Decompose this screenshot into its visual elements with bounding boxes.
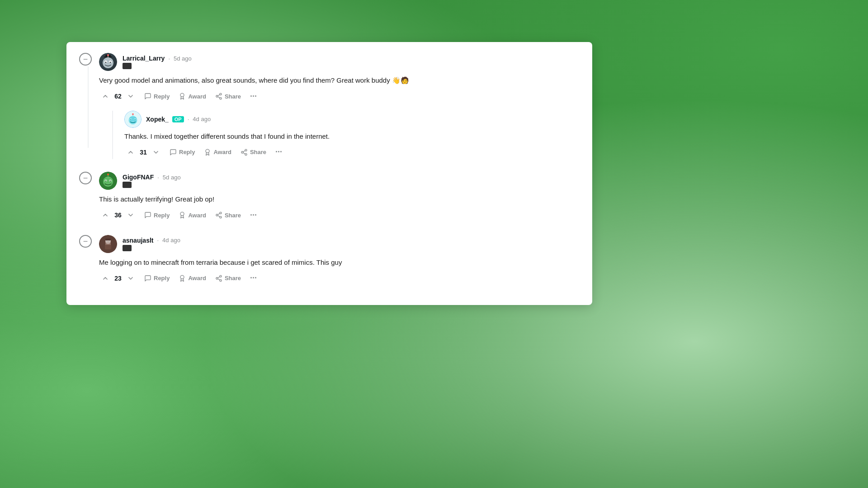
share-asnauja-button[interactable]: Share [212,272,245,284]
comment-header-gigo: GigoFNAF · 5d ago [99,172,580,190]
downvote-gigo-button[interactable] [124,209,137,221]
svg-rect-53 [105,239,111,240]
share-button[interactable]: Share [212,90,245,102]
vote-section: 62 [99,90,137,102]
avatar-xopek [124,111,142,128]
more-options-button[interactable]: ··· [246,89,260,103]
svg-point-52 [109,240,110,241]
svg-line-58 [218,279,220,280]
more-asnauja-options-button[interactable]: ··· [246,271,260,285]
award-reply-button[interactable]: Award [200,146,235,158]
comments-card: − [66,42,592,305]
svg-line-13 [218,97,220,98]
svg-line-59 [218,277,220,278]
username-gigo[interactable]: GigoFNAF [123,174,154,181]
reply-xopek: Xopek_ OP · 4d ago Thanks. I mixed toget… [117,111,580,160]
flair-row-asnauja [123,245,180,251]
vote-count: 62 [113,93,123,100]
vote-count-asnauja: 23 [113,275,123,282]
more-reply-options-button[interactable]: ··· [272,145,286,159]
timestamp-asnauja: 4d ago [162,237,180,244]
comment-actions-asnauja: 23 Reply Award Sha [99,271,580,285]
reply-reply-button[interactable]: Reply [166,146,198,158]
svg-rect-38 [104,178,113,183]
svg-point-22 [132,113,134,115]
more-gigo-options-button[interactable]: ··· [246,208,260,222]
collapse-button-asnauja[interactable]: − [79,235,92,248]
vote-count-xopek: 31 [139,149,148,156]
downvote-asnauja-button[interactable] [124,272,137,284]
flair-icon-asnauja [123,245,132,251]
svg-line-43 [218,216,220,217]
comment-header: Larrical_Larry · 5d ago [99,53,580,71]
downvote-reply-button[interactable] [150,146,162,158]
reply-meta: Xopek_ OP · 4d ago [146,116,211,123]
svg-point-3 [105,62,107,63]
upvote-gigo-button[interactable] [99,209,112,221]
avatar-larrical [99,53,117,71]
svg-rect-23 [129,117,136,121]
flair-icon [123,63,132,69]
svg-line-14 [218,94,220,96]
comment-asnauja: − [79,235,580,286]
comment-meta: Larrical_Larry · 5d ago [123,55,192,62]
reply-gigo-button[interactable]: Reply [141,209,173,221]
collapse-button-gigo[interactable]: − [79,172,92,184]
share-gigo-button[interactable]: Share [212,209,245,221]
vote-section-asnauja: 23 [99,272,137,284]
comment-body-larrical: Very good model and animations, also gre… [99,75,580,86]
svg-point-8 [107,54,109,56]
svg-line-28 [243,153,245,154]
flair-row-gigo [123,182,181,188]
timestamp-gigo: 5d ago [163,174,181,181]
comment-body-asnauja: Me logging on to minecraft from terraria… [99,258,580,268]
flair-icon-gigo [123,182,132,188]
username-asnauja[interactable]: asnaujaslt [123,237,153,244]
upvote-reply-button[interactable] [124,146,137,158]
svg-line-44 [218,213,220,215]
comment-actions-gigo: 36 Reply Award Sha [99,208,580,222]
vote-section-gigo: 36 [99,209,137,221]
svg-point-37 [107,174,109,175]
avatar-asnauja [99,235,117,253]
vote-section-xopek: 31 [124,146,162,158]
comment-larrical: − [79,53,580,159]
reply-actions-xopek: 31 Reply Award [124,145,580,159]
award-gigo-button[interactable]: Award [175,209,210,221]
reply-asnauja-button[interactable]: Reply [141,272,173,284]
reply-thread: Xopek_ OP · 4d ago Thanks. I mixed toget… [99,111,580,160]
timestamp-larrical: 5d ago [174,55,192,62]
award-asnauja-button[interactable]: Award [175,272,210,284]
reply-body-xopek: Thanks. I mixed together different sound… [124,131,580,142]
reply-button[interactable]: Reply [141,90,173,102]
reply-header: Xopek_ OP · 4d ago [124,111,580,128]
vote-count-gigo: 36 [113,211,123,219]
upvote-asnauja-button[interactable] [99,272,112,284]
award-button[interactable]: Award [175,90,210,102]
svg-rect-48 [105,245,111,249]
svg-point-0 [103,57,113,68]
timestamp-xopek: 4d ago [193,116,211,122]
username-xopek[interactable]: Xopek_ [146,116,169,123]
comment-gigo: − [79,172,580,222]
avatar-gigo [99,172,117,190]
comment-header-asnauja: asnaujaslt · 4d ago [99,235,580,253]
svg-point-4 [110,62,111,63]
comment-actions-larrical: 62 Reply Award Sha [99,89,580,103]
svg-line-29 [243,150,245,152]
downvote-button[interactable] [124,90,137,102]
collapse-button[interactable]: − [79,53,92,66]
flair-row [123,63,192,69]
share-reply-button[interactable]: Share [237,146,270,158]
op-badge: OP [172,116,184,122]
username-larrical[interactable]: Larrical_Larry [123,55,165,62]
upvote-button[interactable] [99,90,112,102]
comment-body-gigo: This is actually terrifying! Great job o… [99,194,580,205]
svg-point-51 [106,240,107,241]
